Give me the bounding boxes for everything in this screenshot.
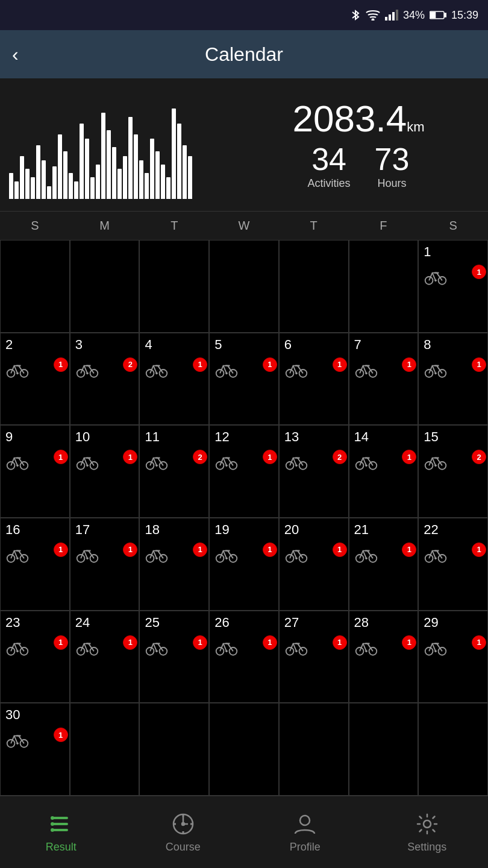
bike-icon [354, 453, 378, 470]
svg-point-137 [182, 823, 184, 825]
nav-course[interactable]: Course [144, 811, 222, 854]
back-button[interactable]: ‹ [12, 43, 19, 66]
svg-point-125 [20, 740, 28, 747]
bike-icon [5, 731, 30, 748]
calendar-cell[interactable]: 12 1 [209, 425, 279, 518]
chart-bar [74, 181, 78, 199]
nav-profile[interactable]: Profile [266, 811, 344, 854]
calendar-cell[interactable]: 2 1 [0, 333, 70, 426]
svg-point-107 [156, 650, 158, 652]
calendar-cell[interactable]: 8 1 [418, 333, 488, 426]
activity-wrapper: 1 [284, 639, 343, 658]
svg-point-91 [365, 558, 368, 560]
activity-wrapper: 1 [5, 731, 64, 750]
calendar-cell[interactable]: 29 1 [418, 611, 488, 703]
stats-right: 2083.4km 34 Activities 73 Hours [229, 94, 488, 196]
chart-bar [63, 151, 67, 199]
calendar-cell[interactable]: 21 1 [349, 518, 419, 611]
chart-bar [117, 169, 122, 199]
nav-settings[interactable]: Settings [388, 811, 466, 854]
svg-point-97 [20, 647, 28, 655]
chart-bar [172, 108, 176, 199]
activity-wrapper: 2 [75, 361, 134, 380]
distance-display: 2083.4km [293, 100, 425, 137]
calendar-cell[interactable]: 25 1 [139, 611, 209, 703]
bike-icon [75, 546, 99, 563]
svg-point-95 [434, 558, 437, 560]
activity-wrapper: 2 [424, 453, 483, 473]
bike-icon [284, 453, 308, 470]
svg-point-75 [86, 558, 89, 560]
svg-point-45 [90, 462, 98, 470]
calendar-cell[interactable]: 24 1 [70, 611, 140, 703]
svg-point-35 [365, 372, 368, 374]
calendar-date: 21 [354, 522, 413, 538]
calendar-cell[interactable]: 9 1 [0, 425, 70, 518]
calendar-cell[interactable]: 27 1 [279, 611, 349, 703]
calendar-cell[interactable]: 3 2 [70, 333, 140, 426]
activity-wrapper: 1 [424, 639, 483, 658]
calendar-cell [418, 703, 488, 796]
settings-icon [414, 811, 440, 837]
chart-bar [145, 173, 149, 199]
calendar-cell[interactable]: 7 1 [349, 333, 419, 426]
activity-wrapper: 1 [354, 361, 413, 380]
activity-wrapper: 1 [75, 546, 134, 565]
calendar-cell[interactable]: 26 1 [209, 611, 279, 703]
calendar-cell[interactable]: 10 1 [70, 425, 140, 518]
activity-badge: 1 [472, 635, 486, 650]
svg-point-142 [300, 816, 310, 825]
calendar-cell [70, 703, 140, 796]
activity-badge: 1 [263, 357, 277, 372]
calendar-cell[interactable]: 20 1 [279, 518, 349, 611]
calendar-grid[interactable]: 1 12 13 [0, 240, 488, 796]
svg-point-99 [16, 650, 19, 652]
calendar-date: 26 [214, 615, 274, 631]
calendar-cell[interactable]: 23 1 [0, 611, 70, 703]
calendar-cell[interactable]: 11 2 [139, 425, 209, 518]
calendar-cell[interactable]: 6 1 [279, 333, 349, 426]
chart-bar [139, 160, 143, 199]
calendar-cell[interactable]: 15 2 [418, 425, 488, 518]
calendar-date: 24 [75, 615, 134, 631]
svg-point-47 [86, 465, 89, 467]
calendar-cell[interactable]: 14 1 [349, 425, 419, 518]
calendar-date: 29 [424, 615, 483, 631]
nav-result[interactable]: Result [22, 811, 100, 854]
nav-course-label: Course [166, 841, 201, 854]
calendar-cell[interactable]: 1 1 [418, 240, 488, 333]
distance-value: 2083.4 [293, 98, 407, 139]
svg-point-67 [434, 465, 437, 467]
calendar-date: 7 [354, 337, 413, 353]
calendar-cell[interactable]: 16 1 [0, 518, 70, 611]
svg-point-20 [146, 370, 154, 377]
calendar-cell[interactable]: 17 1 [70, 518, 140, 611]
calendar-header: SMTWTFS [0, 211, 488, 240]
activity-wrapper: 1 [214, 546, 274, 565]
calendar-cell [139, 240, 209, 333]
calendar-cell[interactable]: 5 1 [209, 333, 279, 426]
svg-point-57 [299, 462, 307, 470]
calendar-day-header: F [349, 212, 419, 240]
activity-badge: 2 [193, 450, 207, 464]
activity-badge: 1 [472, 542, 486, 557]
calendar-cell[interactable]: 4 1 [139, 333, 209, 426]
calendar-cell[interactable]: 28 1 [349, 611, 419, 703]
calendar-cell[interactable]: 18 1 [139, 518, 209, 611]
svg-point-113 [299, 647, 307, 655]
svg-point-31 [295, 372, 298, 374]
calendar-date: 30 [5, 707, 64, 723]
chart-bar [96, 165, 100, 199]
svg-point-85 [299, 555, 307, 562]
calendar-cell[interactable]: 30 1 [0, 703, 70, 796]
status-bar: 34% 15:39 [0, 0, 488, 30]
chart-bar [36, 145, 40, 199]
bike-icon [214, 546, 239, 563]
activity-badge: 1 [402, 635, 416, 650]
svg-point-133 [51, 828, 54, 832]
calendar-cell[interactable]: 13 2 [279, 425, 349, 518]
calendar-cell[interactable]: 22 1 [418, 518, 488, 611]
calendar-cell[interactable]: 19 1 [209, 518, 279, 611]
svg-point-39 [434, 372, 437, 374]
svg-point-59 [295, 465, 298, 467]
